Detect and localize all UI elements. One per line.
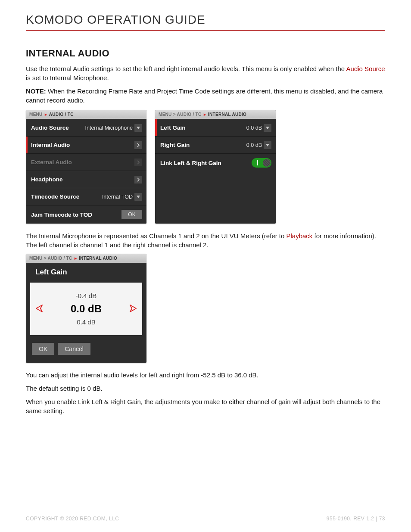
row-label: Audio Source [31,124,69,131]
internal-audio-panel: MENU > AUDIO / TC ▸ INTERNAL AUDIO Left … [155,110,276,224]
row-label: Link Left & Right Gain [160,160,221,166]
breadcrumb: MENU > AUDIO / TC ▸ INTERNAL AUDIO [26,254,146,263]
left-gain-row[interactable]: Left Gain 0.0 dB [155,119,276,136]
row-label: Jam Timecode to TOD [31,212,92,218]
svg-marker-1 [137,196,140,198]
headphone-row[interactable]: Headphone [26,171,146,188]
mid-text-a: The Internal Microphone is represented a… [26,232,286,240]
audio-tc-panel: MENU ▸ AUDIO / TC Audio Source Internal … [26,110,146,224]
chevron-right-icon: ▸ [75,256,77,261]
right-gain-row[interactable]: Right Gain 0.0 dB [155,136,276,153]
spinner-values: -0.4 dB 0.0 dB 0.4 dB [44,290,128,327]
value-text: 0.0 dB [246,142,262,148]
gain-dialog-actions: OK Cancel [26,339,146,363]
external-audio-row: External Audio [26,153,146,171]
row-label: Right Gain [160,142,190,148]
intro-text-a: Use the Internal Audio settings to set t… [26,65,346,72]
dropdown-icon[interactable] [134,124,142,132]
page-title: KOMODO OPERATION GUIDE [26,13,385,27]
value-text: 0.0 dB [246,125,262,131]
next-value: 0.4 dB [44,318,128,326]
row-label: Internal Audio [31,142,70,148]
page-footer: COPYRIGHT © 2020 RED.COM, LLC 955-0190, … [26,516,385,522]
left-gain-dialog: MENU > AUDIO / TC ▸ INTERNAL AUDIO Left … [26,254,146,363]
footer-page-info: 955-0190, REV 1.2 | 73 [327,516,385,522]
ok-button[interactable]: OK [121,210,142,219]
crumb-root: MENU [29,256,43,261]
row-value: 0.0 dB [246,141,271,149]
cancel-button[interactable]: Cancel [58,343,90,355]
note-text: When the Recording Frame Rate and Projec… [26,87,383,104]
audio-source-row[interactable]: Audio Source Internal Microphone [26,119,146,136]
svg-marker-3 [266,144,269,146]
row-label: Timecode Source [31,193,79,200]
chevron-right-icon: ▸ [204,112,206,117]
timecode-source-row[interactable]: Timecode Source Internal TOD [26,188,146,205]
link-gain-row[interactable]: Link Left & Right Gain [155,153,276,172]
dropdown-icon[interactable] [264,141,271,149]
prev-value: -0.4 dB [44,292,128,299]
footer-copyright: COPYRIGHT © 2020 RED.COM, LLC [26,516,119,522]
dropdown-icon[interactable] [134,193,142,201]
chevron-right-icon [134,159,142,166]
tail-p1: You can adjust the internal audio levels… [26,370,385,380]
svg-marker-4 [36,305,42,312]
current-value: 0.0 dB [44,303,128,315]
chevron-right-icon[interactable] [134,176,142,184]
crumb-leaf: AUDIO / TC [49,112,74,117]
crumb-root: MENU [29,112,43,117]
sep-text: > [44,256,48,261]
chevron-right-icon[interactable] [134,141,142,149]
menu-panels-row: MENU ▸ AUDIO / TC Audio Source Internal … [26,110,385,224]
jam-timecode-row[interactable]: Jam Timecode to TOD OK [26,205,146,224]
breadcrumb: MENU ▸ AUDIO / TC [26,110,146,119]
intro-paragraph: Use the Internal Audio settings to set t… [26,64,385,82]
row-value: Internal TOD [102,193,142,201]
crumb-mid: AUDIO / TC [177,112,202,117]
playback-link[interactable]: Playback [286,232,312,240]
increase-arrow-icon[interactable] [128,304,138,314]
link-gain-toggle[interactable] [252,158,271,168]
note-label: NOTE: [26,87,46,95]
crumb-leaf: INTERNAL AUDIO [79,256,117,261]
audio-source-link[interactable]: Audio Source [346,65,385,72]
crumb-leaf: INTERNAL AUDIO [208,112,246,117]
svg-marker-0 [137,127,140,129]
note-paragraph: NOTE: When the Recording Frame Rate and … [26,87,385,105]
tail-p3: When you enable Link Left & Right Gain, … [26,397,385,415]
gain-spinner: -0.4 dB 0.0 dB 0.4 dB [30,283,142,335]
svg-marker-2 [266,127,269,129]
row-label: External Audio [31,159,72,165]
ok-button[interactable]: OK [32,343,54,355]
breadcrumb: MENU > AUDIO / TC ▸ INTERNAL AUDIO [155,110,276,119]
row-value: Internal Microphone [85,124,142,132]
section-heading: INTERNAL AUDIO [26,48,385,59]
decrease-arrow-icon[interactable] [34,304,44,314]
row-label: Headphone [31,176,63,183]
dropdown-icon[interactable] [264,124,271,132]
svg-marker-5 [130,305,136,312]
tail-p2: The default setting is 0 dB. [26,384,385,393]
crumb-mid: AUDIO / TC [48,256,72,261]
mid-paragraph: The Internal Microphone is represented a… [26,231,385,249]
intro-text-b: is set to Internal Microphone. [26,74,109,81]
value-text: Internal TOD [102,194,133,200]
row-label: Left Gain [160,124,186,131]
value-text: Internal Microphone [85,125,133,131]
row-value: 0.0 dB [246,124,271,132]
header-rule [26,30,385,31]
gain-dialog-title: Left Gain [26,263,146,279]
crumb-root: MENU [159,112,172,117]
chevron-right-icon: ▸ [45,112,47,117]
sep-text: > [173,112,177,117]
internal-audio-row[interactable]: Internal Audio [26,136,146,153]
